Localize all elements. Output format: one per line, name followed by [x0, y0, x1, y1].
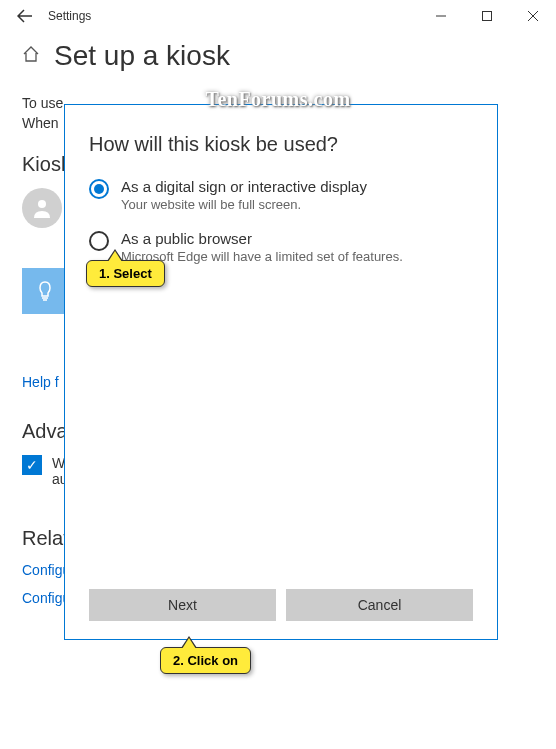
radio-input[interactable] [89, 179, 109, 199]
maximize-button[interactable] [464, 0, 510, 32]
auto-checkbox[interactable]: ✓ [22, 455, 42, 475]
kiosk-mode-dialog: How will this kiosk be used? As a digita… [64, 104, 498, 640]
back-button[interactable] [10, 1, 40, 31]
dialog-title: How will this kiosk be used? [89, 133, 473, 156]
page-title: Set up a kiosk [54, 40, 230, 72]
person-icon [30, 196, 54, 220]
close-button[interactable] [510, 0, 556, 32]
annotation-click: 2. Click on [160, 647, 251, 674]
cancel-button[interactable]: Cancel [286, 589, 473, 621]
radio-option-digital-sign[interactable]: As a digital sign or interactive display… [89, 178, 473, 212]
annotation-select: 1. Select [86, 260, 165, 287]
radio-label: As a digital sign or interactive display [121, 178, 367, 195]
minimize-button[interactable] [418, 0, 464, 32]
svg-rect-0 [483, 12, 492, 21]
user-avatar[interactable] [22, 188, 62, 228]
tip-button[interactable] [22, 268, 68, 314]
window-title: Settings [48, 9, 91, 23]
back-arrow-icon [17, 8, 33, 24]
lightbulb-icon [33, 279, 57, 303]
svg-point-1 [38, 200, 46, 208]
radio-input[interactable] [89, 231, 109, 251]
page-header: Set up a kiosk [22, 40, 534, 72]
next-button[interactable]: Next [89, 589, 276, 621]
titlebar: Settings [0, 0, 556, 32]
radio-label: As a public browser [121, 230, 403, 247]
radio-description: Your website will be full screen. [121, 197, 367, 212]
home-icon[interactable] [22, 45, 40, 68]
dialog-buttons: Next Cancel [89, 589, 473, 621]
radio-option-public-browser[interactable]: As a public browser Microsoft Edge will … [89, 230, 473, 264]
window-controls [418, 0, 556, 32]
